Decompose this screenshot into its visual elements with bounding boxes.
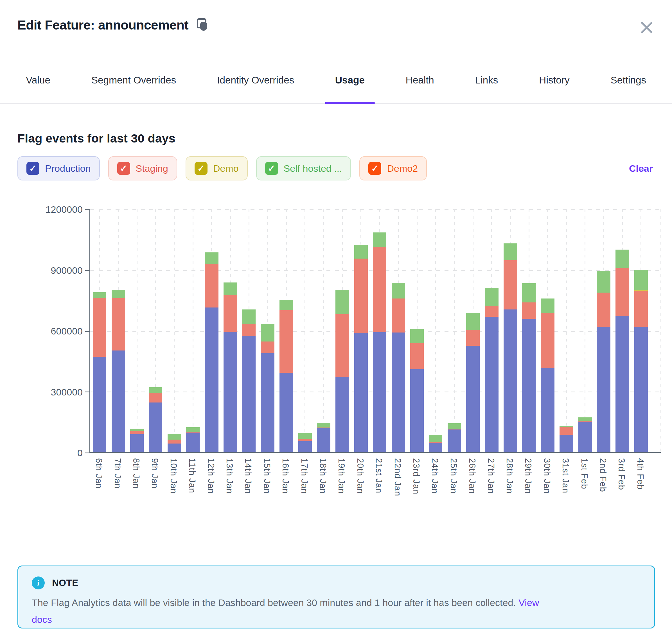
gridline-v [660,209,661,452]
x-tick-label: 29th Jan [523,458,533,494]
bar-7th-jan-self-hosted [112,290,125,298]
bar-4th-feb-production [634,327,648,452]
tab-value[interactable]: Value [26,57,50,103]
check-icon: ✓ [120,164,127,173]
x-tick-label: 24th Jan [430,458,440,494]
bar-3rd-feb-staging [615,268,629,316]
modal-header: Edit Feature: announcement [0,0,672,56]
bar-27th-jan-staging [485,306,499,317]
tab-links[interactable]: Links [475,57,498,103]
bar-12th-jan-production [205,307,218,452]
bar-15th-jan-staging [261,341,274,353]
legend-chip-self-hosted[interactable]: ✓Self hosted ... [256,156,351,180]
bar-31st-jan-staging [559,427,573,435]
note-text: The Flag Analytics data will be visible … [32,597,516,608]
tab-health[interactable]: Health [406,57,434,103]
y-tick-label: 600000 [51,326,83,337]
copy-icon[interactable] [196,18,209,32]
bar-19th-jan-self-hosted [335,290,349,314]
bar-15th-jan-production [261,353,274,452]
check-icon: ✓ [371,164,379,173]
bar-20th-jan-self-hosted [354,245,368,258]
bar-28th-jan-self-hosted [504,243,517,260]
legend-chip-demo[interactable]: ✓Demo [186,156,248,180]
x-axis-labels: 6th Jan7th Jan8th Jan9th Jan10th Jan11th… [89,458,661,517]
x-tick-label: 30th Jan [542,458,552,494]
clear-link[interactable]: Clear [629,163,653,174]
gridline-v [323,209,324,452]
bar-9th-jan-production [149,403,162,452]
checkbox-staging[interactable]: ✓ [117,162,130,175]
bar-17th-jan-production [298,441,312,452]
checkbox-production[interactable]: ✓ [26,162,39,175]
gridline-v [566,209,567,452]
bar-25th-jan-staging [448,428,461,430]
tab-segment-overrides[interactable]: Segment Overrides [91,57,176,103]
bar-23rd-jan-production [410,369,424,452]
bar-3rd-feb-production [615,316,629,452]
bar-1st-feb-production [578,422,592,452]
bar-6th-jan-self-hosted [93,292,106,298]
bar-2nd-feb-production [597,327,611,452]
close-icon[interactable] [639,20,654,35]
checkbox-demo2[interactable]: ✓ [368,162,381,175]
x-tick-label: 6th Jan [94,458,104,489]
x-tick-label: 2nd Feb [598,458,608,492]
tab-history[interactable]: History [539,57,570,103]
bar-21st-jan-self-hosted [373,232,386,247]
bar-14th-jan-staging [242,324,256,336]
bar-26th-jan-self-hosted [466,313,480,330]
checkbox-demo[interactable]: ✓ [195,162,208,175]
title-row: Edit Feature: announcement [17,17,209,33]
x-tick-label: 28th Jan [504,458,515,494]
check-icon: ✓ [29,164,37,173]
tab-settings[interactable]: Settings [611,57,646,103]
check-icon: ✓ [197,164,205,173]
bar-11th-jan-production [186,433,200,452]
tab-usage[interactable]: Usage [335,57,365,103]
tab-identity-overrides[interactable]: Identity Overrides [217,57,294,103]
x-tick-label: 8th Jan [131,458,141,489]
checkbox-self-hosted[interactable]: ✓ [265,162,278,175]
bar-20th-jan-production [354,333,368,452]
bar-20th-jan-staging [354,259,368,333]
bar-27th-jan-self-hosted [485,288,499,306]
x-tick-label: 21st Jan [374,458,384,493]
bar-18th-jan-staging [317,427,330,428]
y-tick [85,209,90,210]
bar-24th-jan-self-hosted [429,435,442,442]
bar-4th-feb-self-hosted [634,270,648,290]
bar-18th-jan-production [317,428,330,452]
bar-17th-jan-self-hosted [298,433,312,439]
bar-23rd-jan-self-hosted [410,329,424,344]
gridline-v [435,209,436,452]
bar-10th-jan-self-hosted [168,434,181,440]
legend-row: ✓Production✓Staging✓Demo✓Self hosted ...… [17,156,655,180]
bar-22nd-jan-production [392,333,405,452]
bar-15th-jan-self-hosted [261,324,274,341]
bar-2nd-feb-staging [597,293,611,327]
bar-17th-jan-staging [298,439,312,441]
x-tick-label: 7th Jan [113,458,123,489]
x-tick-label: 17th Jan [299,458,309,494]
bar-31st-jan-self-hosted [559,426,573,427]
gridline-v [192,209,194,452]
legend-chip-production[interactable]: ✓Production [17,156,100,180]
legend-chip-demo2[interactable]: ✓Demo2 [359,156,427,180]
bar-29th-jan-production [522,319,535,452]
bar-25th-jan-self-hosted [448,423,461,428]
note-body: The Flag Analytics data will be visible … [32,595,555,628]
tab-bar: ValueSegment OverridesIdentity Overrides… [0,57,672,104]
bar-4th-feb-demo [634,290,648,291]
legend-label: Staging [136,163,168,174]
bar-3rd-feb-self-hosted [615,250,629,268]
x-tick-label: 11th Jan [187,458,197,493]
x-tick-label: 9th Jan [149,458,160,489]
bar-18th-jan-self-hosted [317,423,330,428]
y-tick [85,452,90,453]
x-tick-label: 25th Jan [448,458,459,494]
y-tick [85,392,90,392]
legend-chip-staging[interactable]: ✓Staging [108,156,177,180]
bar-14th-jan-self-hosted [242,309,256,324]
bar-11th-jan-self-hosted [186,427,200,432]
